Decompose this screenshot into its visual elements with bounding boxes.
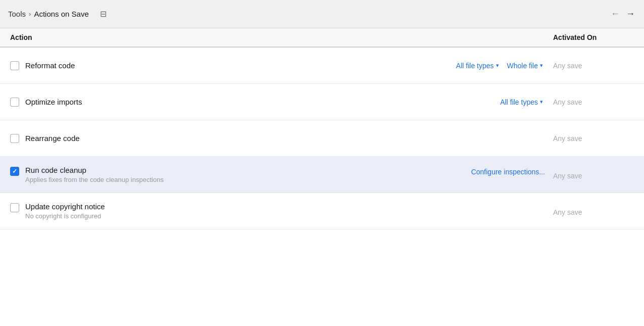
breadcrumb: Tools › Actions on Save <box>8 10 89 18</box>
reformat-activated: Any save <box>553 62 634 70</box>
window-controls: ⊟ <box>98 8 109 20</box>
content: Action Activated On Reformat code All fi… <box>0 28 644 326</box>
window: Tools › Actions on Save ⊟ ← → Action Act… <box>0 0 644 326</box>
table-row: Update copyright notice No copyright is … <box>0 193 644 229</box>
update-copyright-checkbox[interactable] <box>10 203 19 212</box>
run-cleanup-label: Run code cleanup <box>25 166 164 174</box>
cleanup-middle: Configure inspections... <box>471 168 545 176</box>
rearrange-code-checkbox[interactable] <box>10 134 19 143</box>
copyright-label-group: Update copyright notice No copyright is … <box>25 202 105 220</box>
nav-arrows: ← → <box>610 8 636 20</box>
row-action-area: Run code cleanup Applies fixes from the … <box>10 164 553 185</box>
configure-inspections-link[interactable]: Configure inspections... <box>471 168 545 176</box>
breadcrumb-root[interactable]: Tools <box>8 10 26 18</box>
breadcrumb-separator: › <box>29 10 31 18</box>
rearrange-activated: Any save <box>553 134 634 143</box>
reformat-whole-file-dropdown[interactable]: Whole file ▾ <box>505 61 545 71</box>
action-content: Optimize imports All file types ▾ <box>10 97 553 107</box>
chevron-down-icon: ▾ <box>540 99 543 105</box>
action-content: Rearrange code <box>10 134 553 143</box>
row-action-area: Update copyright notice No copyright is … <box>10 200 553 222</box>
optimize-imports-checkbox[interactable] <box>10 98 19 107</box>
row-action-area: Rearrange code <box>10 134 553 143</box>
breadcrumb-current: Actions on Save <box>34 10 88 18</box>
actions-table: Action Activated On Reformat code All fi… <box>0 28 644 229</box>
table-header-row: Action Activated On <box>0 28 644 48</box>
col-action-header: Action <box>10 33 553 41</box>
reformat-file-types-dropdown[interactable]: All file types ▾ <box>454 61 501 71</box>
table-row: Optimize imports All file types ▾ Any sa… <box>0 84 644 120</box>
optimize-file-types-dropdown[interactable]: All file types ▾ <box>498 97 545 107</box>
optimize-activated: Any save <box>553 98 634 106</box>
action-content: Reformat code All file types ▾ Whole fil… <box>10 61 553 71</box>
optimize-imports-label: Optimize imports <box>25 98 82 106</box>
minimize-window-icon[interactable]: ⊟ <box>98 8 109 20</box>
table-row: Reformat code All file types ▾ Whole fil… <box>0 48 644 84</box>
nav-back-button[interactable]: ← <box>610 8 621 20</box>
action-content: Run code cleanup Applies fixes from the … <box>10 164 553 185</box>
copyright-activated: Any save <box>553 206 634 216</box>
chevron-down-icon: ▾ <box>540 62 543 69</box>
row-action-area: Reformat code All file types ▾ Whole fil… <box>10 61 553 71</box>
table-row: Run code cleanup Applies fixes from the … <box>0 157 644 193</box>
header-left: Tools › Actions on Save ⊟ <box>8 8 109 20</box>
update-copyright-label: Update copyright notice <box>25 202 105 211</box>
run-cleanup-desc: Applies fixes from the code cleanup insp… <box>25 176 164 183</box>
cleanup-label-group: Run code cleanup Applies fixes from the … <box>25 166 164 183</box>
table-row: Rearrange code Any save <box>0 120 644 157</box>
cleanup-activated: Any save <box>553 170 634 180</box>
col-activated-header: Activated On <box>553 33 634 41</box>
update-copyright-desc: No copyright is configured <box>25 212 105 220</box>
header: Tools › Actions on Save ⊟ ← → <box>0 0 644 28</box>
row-action-area: Optimize imports All file types ▾ <box>10 97 553 107</box>
reformat-code-checkbox[interactable] <box>10 61 19 70</box>
action-content: Update copyright notice No copyright is … <box>10 200 553 222</box>
nav-forward-button[interactable]: → <box>625 8 636 20</box>
optimize-dropdowns: All file types ▾ <box>498 97 545 107</box>
chevron-down-icon: ▾ <box>496 62 499 69</box>
run-cleanup-checkbox[interactable] <box>10 167 19 176</box>
rearrange-code-label: Rearrange code <box>25 134 80 143</box>
reformat-dropdowns: All file types ▾ Whole file ▾ <box>454 61 545 71</box>
reformat-code-label: Reformat code <box>25 61 75 70</box>
